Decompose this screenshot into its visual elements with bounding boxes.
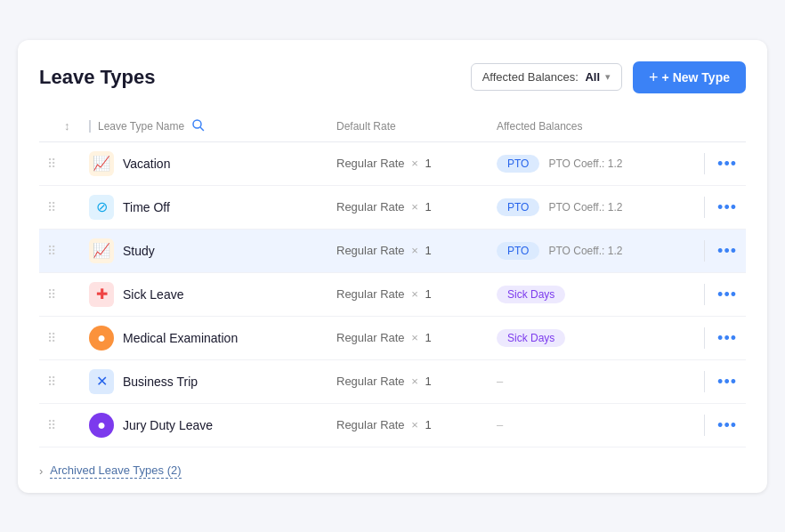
more-options-button[interactable]: •••: [712, 154, 742, 173]
row-balance: PTO PTO Coeff.: 1.2: [497, 198, 692, 216]
drag-handle[interactable]: ⠿: [39, 418, 64, 432]
row-actions: •••: [692, 327, 746, 349]
row-type-icon: 📈: [89, 151, 114, 176]
row-balance: Sick Days: [497, 286, 692, 303]
table-row[interactable]: ⠿ ⊘ Time Off Regular Rate × 1 PTO PTO Co…: [39, 186, 746, 230]
row-balance: PTO PTO Coeff.: 1.2: [497, 242, 692, 260]
row-rate: Regular Rate × 1: [336, 157, 497, 170]
col-divider: [704, 371, 705, 392]
balance-badge: PTO: [497, 155, 539, 173]
affected-balances-filter[interactable]: Affected Balances: All ▾: [471, 63, 622, 91]
table-row[interactable]: ⠿ 📈 Study Regular Rate × 1 PTO PTO Coeff…: [39, 230, 746, 273]
coeff-text: PTO Coeff.: 1.2: [548, 157, 622, 170]
row-actions: •••: [692, 197, 746, 218]
row-actions: •••: [692, 284, 746, 305]
drag-handle[interactable]: ⠿: [39, 244, 64, 258]
archived-chevron-icon: ›: [39, 464, 43, 478]
row-actions: •••: [692, 153, 746, 174]
row-name: ● Jury Duty Leave: [89, 413, 336, 438]
col-divider: [704, 153, 705, 174]
row-balance: –: [497, 418, 692, 431]
col-divider: [704, 284, 705, 305]
col-divider: [704, 240, 705, 262]
table-row[interactable]: ⠿ ● Medical Examination Regular Rate × 1…: [39, 317, 746, 360]
page-title: Leave Types: [39, 66, 155, 89]
row-name: ✚ Sick Leave: [89, 282, 336, 307]
row-rate: Regular Rate × 1: [336, 331, 497, 344]
row-type-icon: ●: [89, 326, 114, 351]
row-rate: Regular Rate × 1: [336, 287, 497, 301]
row-type-icon: ✚: [89, 282, 114, 307]
row-name: 📈 Study: [89, 238, 336, 263]
col-divider: [704, 197, 705, 218]
row-balance: PTO PTO Coeff.: 1.2: [497, 155, 692, 173]
row-name: ⊘ Time Off: [89, 195, 336, 220]
svg-point-0: [193, 120, 201, 128]
drag-handle[interactable]: ⠿: [39, 157, 64, 171]
plus-icon: +: [649, 69, 659, 85]
drag-handle[interactable]: ⠿: [39, 200, 64, 214]
more-options-button[interactable]: •••: [712, 415, 742, 435]
drag-handle[interactable]: ⠿: [39, 375, 64, 389]
col-name-header: Leave Type Name: [89, 118, 336, 134]
row-label: Business Trip: [123, 375, 198, 389]
table-body: ⠿ 📈 Vacation Regular Rate × 1 PTO PTO Co…: [39, 142, 746, 447]
row-label: Time Off: [123, 200, 170, 214]
row-rate: Regular Rate × 1: [336, 375, 497, 388]
coeff-text: PTO Coeff.: 1.2: [548, 201, 622, 214]
balance-badge: PTO: [497, 242, 539, 260]
table-header: ↕ Leave Type Name Default Rate Affected …: [39, 111, 746, 142]
row-type-icon: ✕: [89, 369, 114, 394]
header-actions: Affected Balances: All ▾ + + New Type: [471, 61, 746, 93]
new-type-button[interactable]: + + New Type: [633, 61, 746, 93]
row-label: Vacation: [123, 157, 170, 171]
filter-label: Affected Balances: All: [482, 70, 600, 84]
row-rate: Regular Rate × 1: [336, 200, 497, 214]
balance-badge: Sick Days: [497, 286, 565, 303]
row-actions: •••: [692, 240, 746, 262]
row-label: Study: [123, 244, 155, 258]
page-header: Leave Types Affected Balances: All ▾ + +…: [39, 61, 746, 93]
sort-icon[interactable]: ↕: [64, 119, 70, 133]
more-options-button[interactable]: •••: [712, 241, 742, 261]
row-label: Medical Examination: [123, 331, 238, 345]
more-options-button[interactable]: •••: [712, 197, 742, 217]
row-type-icon: ⊘: [89, 195, 114, 220]
row-actions: •••: [692, 371, 746, 392]
row-rate: Regular Rate × 1: [336, 244, 497, 257]
more-options-button[interactable]: •••: [712, 285, 742, 304]
table-row[interactable]: ⠿ ● Jury Duty Leave Regular Rate × 1 – •…: [39, 404, 746, 447]
row-actions: •••: [692, 415, 746, 436]
balance-badge: Sick Days: [497, 329, 565, 347]
row-balance: –: [497, 375, 692, 388]
table-row[interactable]: ⠿ ✚ Sick Leave Regular Rate × 1 Sick Day…: [39, 273, 746, 317]
row-rate: Regular Rate × 1: [336, 418, 497, 431]
row-type-icon: ●: [89, 413, 114, 438]
more-options-button[interactable]: •••: [712, 372, 742, 391]
leave-types-card: Leave Types Affected Balances: All ▾ + +…: [18, 40, 767, 493]
row-balance: Sick Days: [497, 329, 692, 347]
more-options-button[interactable]: •••: [712, 328, 742, 348]
row-name: 📈 Vacation: [89, 151, 336, 176]
row-label: Jury Duty Leave: [123, 418, 213, 432]
archived-label[interactable]: Archived Leave Types (2): [50, 463, 181, 479]
no-balance: –: [497, 375, 503, 388]
table-row[interactable]: ⠿ ✕ Business Trip Regular Rate × 1 – •••: [39, 360, 746, 404]
drag-handle[interactable]: ⠿: [39, 331, 64, 345]
chevron-down-icon: ▾: [605, 71, 611, 83]
coeff-text: PTO Coeff.: 1.2: [548, 245, 622, 257]
archived-section[interactable]: › Archived Leave Types (2): [39, 463, 746, 479]
drag-handle[interactable]: ⠿: [39, 287, 64, 302]
col-divider: [704, 327, 705, 349]
table-row[interactable]: ⠿ 📈 Vacation Regular Rate × 1 PTO PTO Co…: [39, 142, 746, 186]
balance-badge: PTO: [497, 198, 539, 216]
row-name: ● Medical Examination: [89, 326, 336, 351]
col-balance-header: Affected Balances: [497, 120, 692, 133]
search-icon[interactable]: [191, 118, 205, 134]
no-balance: –: [497, 418, 503, 431]
col-rate-header: Default Rate: [336, 120, 497, 133]
col-divider: [704, 415, 705, 436]
row-type-icon: 📈: [89, 238, 114, 263]
sort-column[interactable]: ↕: [64, 119, 89, 133]
row-label: Sick Leave: [123, 287, 183, 302]
